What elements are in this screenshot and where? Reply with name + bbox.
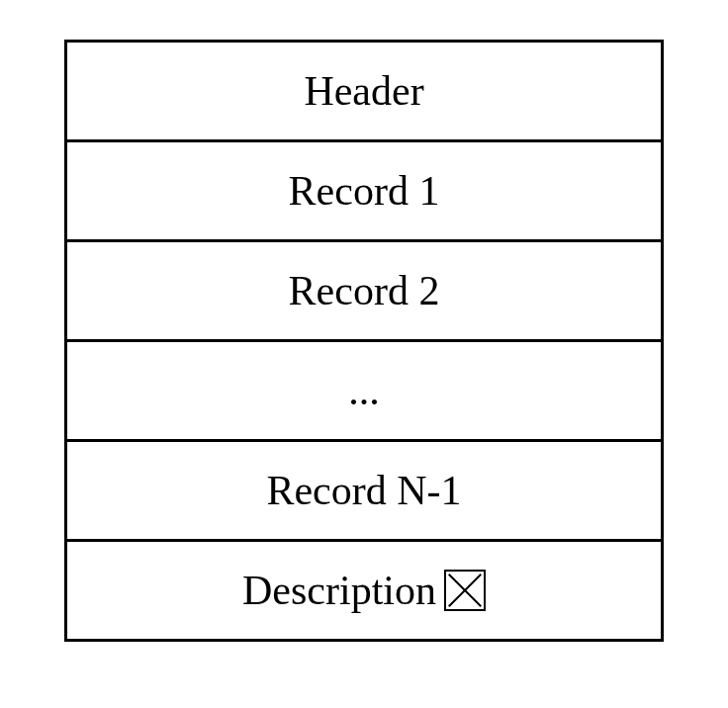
row-label: Record 2 [289,267,440,314]
row-label: ... [348,367,380,414]
table-row-header: Header [67,43,661,142]
table-row-record2: Record 2 [67,242,661,342]
row-label: Record 1 [289,167,440,215]
table-row-description: Description [67,542,661,639]
crossed-box-icon [444,570,486,611]
table-row-record1: Record 1 [67,142,661,242]
structure-table: Header Record 1 Record 2 ... Record N-1 … [64,40,664,642]
row-label: Description [242,567,436,614]
table-row-recordn: Record N-1 [67,442,661,542]
row-label: Record N-1 [266,467,461,514]
row-label: Header [304,67,423,115]
table-row-ellipsis: ... [67,342,661,442]
